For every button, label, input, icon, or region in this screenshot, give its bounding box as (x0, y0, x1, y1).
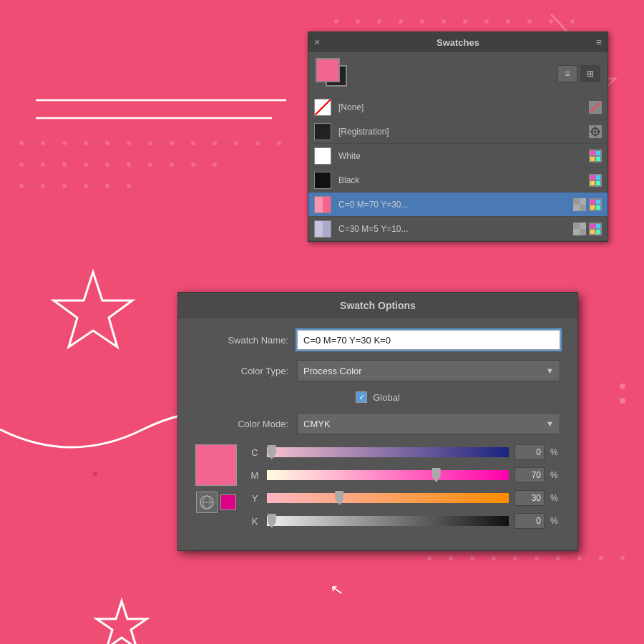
y-slider-thumb[interactable] (335, 491, 343, 505)
c-slider-thumb[interactable] (268, 445, 276, 459)
svg-rect-86 (590, 200, 595, 204)
color-mode-arrow-icon: ▼ (546, 419, 554, 428)
swatch-row-none[interactable]: [None] (308, 95, 608, 119)
swatch-light-label: C=30 M=5 Y=10... (338, 224, 573, 234)
y-slider-track[interactable] (267, 493, 509, 503)
y-slider-row: Y 30 % (248, 490, 560, 506)
current-swatch-preview[interactable] (316, 58, 350, 89)
swatch-name-label: Swatch Name: (195, 335, 288, 346)
close-icon[interactable]: × (314, 36, 320, 48)
swatch-white-icons (589, 150, 602, 162)
svg-rect-74 (596, 151, 600, 155)
svg-point-0 (334, 19, 338, 24)
svg-point-8 (506, 19, 510, 24)
svg-point-44 (213, 162, 217, 167)
svg-point-43 (191, 162, 195, 167)
panel-titlebar: × Swatches ≡ (308, 32, 608, 52)
k-value[interactable]: 0 (514, 513, 545, 529)
svg-point-40 (127, 162, 131, 167)
svg-point-56 (535, 556, 539, 560)
m-percent: % (550, 470, 560, 480)
color-type-row: Color Type: Process Color ▼ (195, 360, 560, 381)
k-slider-thumb[interactable] (268, 514, 276, 528)
svg-rect-83 (573, 198, 580, 205)
swatch-name-input[interactable] (297, 330, 560, 350)
svg-point-9 (527, 19, 532, 24)
large-color-swatch (195, 444, 237, 486)
black-type-icon (589, 174, 602, 187)
global-checkbox[interactable]: ✓ (356, 391, 367, 403)
swatch-none-color (314, 99, 331, 116)
svg-point-25 (84, 141, 88, 145)
svg-point-59 (599, 556, 603, 560)
swatch-registration-icons (589, 125, 602, 138)
panel-menu-icon[interactable]: ≡ (596, 36, 602, 48)
swatches-panel: × Swatches ≡ ≡ ⊞ [None] (308, 31, 608, 242)
svg-rect-92 (580, 229, 586, 235)
svg-rect-88 (590, 205, 595, 210)
swatch-pink-icons (573, 198, 602, 211)
grid-view-button[interactable]: ⊞ (580, 65, 600, 82)
color-mode-dropdown[interactable]: CMYK ▼ (297, 413, 560, 434)
svg-point-2 (377, 19, 381, 24)
k-slider-track[interactable] (267, 516, 509, 526)
registration-type-icon (589, 125, 602, 138)
swatch-row-pink[interactable]: C=0 M=70 Y=30... (308, 192, 608, 217)
swatch-pink-label: C=0 M=70 Y=30... (338, 200, 573, 210)
svg-point-46 (41, 184, 45, 188)
swatch-none-icons (589, 101, 602, 114)
swatch-row-light[interactable]: C=30 M=5 Y=10... (308, 217, 608, 241)
swatch-row-black[interactable]: Black (308, 168, 608, 192)
panel-scroll-down[interactable]: ⌄ (592, 225, 602, 238)
y-percent: % (550, 493, 560, 503)
c-slider-row: C 0 % (248, 444, 560, 460)
pink-type-icon (589, 198, 602, 211)
swatch-black-color (314, 172, 331, 189)
svg-rect-84 (580, 205, 586, 211)
svg-point-27 (127, 141, 131, 145)
m-slider-track[interactable] (267, 470, 509, 480)
swatch-name-row: Swatch Name: (195, 330, 560, 350)
c-value[interactable]: 0 (514, 444, 545, 460)
small-color-swatch (220, 494, 236, 510)
swatch-options-dialog: Swatch Options Swatch Name: Color Type: … (177, 292, 578, 551)
svg-point-5 (441, 19, 446, 24)
swatch-light-color (314, 220, 331, 238)
svg-point-36 (41, 162, 45, 167)
dialog-body: Swatch Name: Color Type: Process Color ▼… (178, 318, 577, 550)
svg-point-10 (549, 19, 553, 24)
svg-point-22 (19, 141, 24, 145)
color-type-dropdown[interactable]: Process Color ▼ (297, 360, 560, 381)
svg-point-39 (105, 162, 109, 167)
svg-rect-73 (590, 151, 595, 155)
svg-rect-89 (596, 205, 600, 210)
m-value[interactable]: 70 (514, 467, 545, 483)
svg-point-35 (19, 162, 24, 167)
svg-point-58 (577, 556, 582, 560)
y-value[interactable]: 30 (514, 490, 545, 506)
list-view-button[interactable]: ≡ (557, 65, 577, 82)
m-slider-thumb[interactable] (432, 468, 441, 482)
svg-point-31 (213, 141, 217, 145)
svg-point-51 (427, 556, 431, 560)
k-label: K (248, 516, 261, 527)
svg-point-60 (620, 556, 625, 560)
svg-point-53 (470, 556, 474, 560)
svg-point-65 (620, 398, 625, 404)
svg-point-55 (513, 556, 517, 560)
swatch-row-registration[interactable]: [Registration] (308, 119, 608, 144)
c-slider-track[interactable] (267, 447, 509, 457)
color-mode-label: Color Mode: (195, 419, 288, 429)
swatch-white-color (314, 147, 331, 165)
k-percent: % (550, 516, 560, 526)
svg-point-11 (570, 19, 575, 24)
swatch-pink-color (314, 196, 331, 213)
svg-point-45 (19, 184, 24, 188)
svg-point-24 (62, 141, 67, 145)
swatch-row-white[interactable]: White (308, 144, 608, 168)
svg-point-32 (234, 141, 238, 145)
y-label: Y (248, 493, 261, 504)
swatch-registration-color (314, 123, 331, 140)
svg-point-49 (105, 184, 109, 188)
m-slider-row: M 70 % (248, 467, 560, 483)
